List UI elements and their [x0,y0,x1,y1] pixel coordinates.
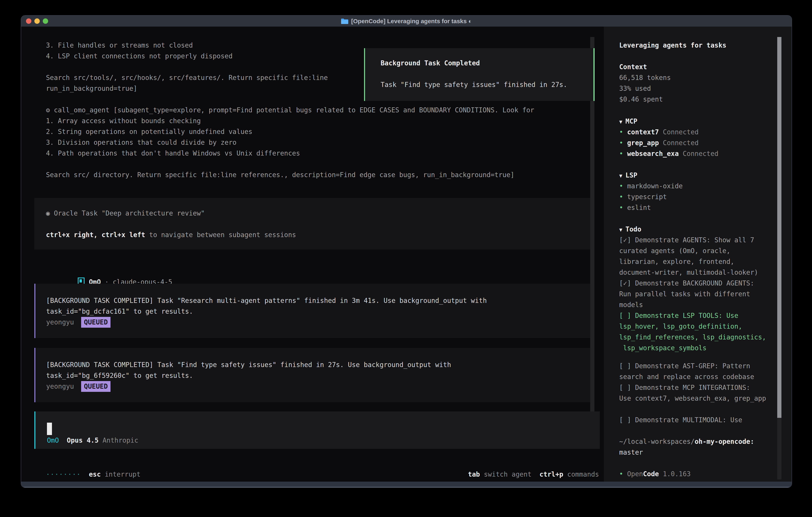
message-text: task_id="bg_dcfac161" to get results. [46,306,193,317]
status-dot-icon: • [619,182,627,190]
desktop: [OpenCode] Leveraging agents for tasks ◐… [0,0,812,517]
input-provider: Anthropic [103,436,138,444]
todo-item-line: [ ] Demonstrate MULTIMODAL: Use [619,415,742,426]
status-dot-icon: • [619,470,627,478]
scrollback-line: Search src/tools/, src/hooks/, src/featu… [46,72,328,83]
close-button[interactable] [26,19,31,24]
esc-key-hint: esc [89,470,101,478]
scrollback-line: run_in_background=true] [46,83,137,94]
gear-icon: ⚙ [46,106,50,114]
todo-item-line: curated agents (OmO, oracle, [619,245,730,256]
notification-title: Background Task Completed [381,58,480,69]
statusbar-left: ········ esc interrupt [46,469,141,480]
workspace-branch: master [619,447,643,458]
todo-item-line: search and replace across codebase [619,372,754,382]
status-badge: QUEUED [81,381,111,392]
window-bottom-bar [21,482,792,487]
lsp-item: • eslint [619,202,651,213]
window-title: [OpenCode] Leveraging agents for tasks ◐ [341,18,472,25]
context-tokens: 66,518 tokens [619,72,671,83]
message-text: [BACKGROUND TASK COMPLETED] Task "Resear… [46,295,487,306]
status-dot-icon: • [619,150,627,158]
message-meta: yeongyuQUEUED [46,317,111,328]
status-dot-icon: • [619,139,627,147]
todo-item-line: document-writer, multimodal-looker) [619,267,758,278]
input-model-line: OmO Opus 4.5 Anthropic [47,435,138,446]
author: yeongyu [46,382,74,390]
tool-call-text: call_omo_agent [subagent_type=explore, p… [54,106,534,114]
lsp-section-header[interactable]: ▼ LSP [619,170,637,181]
sidebar-scrollbar-track[interactable] [777,418,781,480]
version-line: • OpenCode 1.0.163 [619,469,691,480]
background-task-message: [BACKGROUND TASK COMPLETED] Task "Find t… [34,348,592,402]
tool-call-item: 2. String operations on potentially unde… [46,126,252,137]
status-badge: QUEUED [81,317,111,328]
notification-body: Task "Find type safety issues" finished … [381,79,567,90]
ctrlp-key-label: commands [567,470,599,478]
todo-item-line: Use context7, websearch_exa, grep_app [619,393,766,404]
todo-item-line: [✓] Demonstrate BACKGROUND AGENTS: [619,278,754,289]
tool-call-item: 1. Array access without bounds checking [46,115,201,126]
message-text: task_id="bg_6f59260c" to get results. [46,370,193,381]
input-model-name: Opus 4.5 [67,436,98,444]
opencode-window: [OpenCode] Leveraging agents for tasks ◐… [21,15,792,488]
todo-item-line-active: lsp_workspace_symbols [619,343,706,353]
todo-item-line-active: lsp_hover, lsp_goto_definition, [619,321,742,332]
prompt-input[interactable]: OmO Opus 4.5 Anthropic [34,411,600,449]
folder-icon [341,18,348,24]
oracle-task-title: ◉ Oracle Task "Deep architecture review" [46,208,205,219]
chevron-down-icon: ▼ [619,227,626,233]
mcp-item: • grep_app Connected [619,138,698,148]
record-icon: ◉ [46,209,50,217]
status-dot-icon: • [619,128,627,136]
todo-item-line: [ ] Demonstrate AST-GREP: Pattern [619,361,750,372]
context-spent: $0.46 spent [619,94,663,105]
mcp-item: • websearch_exa Connected [619,148,719,159]
tool-call-footer: Search src/ directory. Return specific f… [46,169,514,180]
sidebar: Leveraging agents for tasks Context 66,5… [604,27,792,483]
terminal-area: 3. File handles or streams not closed 4.… [21,27,792,483]
esc-key-label: interrupt [105,470,141,478]
status-dot-icon: • [619,204,627,212]
tab-key-label: switch agent [484,470,531,478]
chevron-down-icon: ▼ [619,173,626,179]
toast-notification: Background Task Completed Task "Find typ… [364,48,594,101]
tool-call-item: 3. Division operations that could divide… [46,137,237,148]
hint-keys: ctrl+x right, ctrl+x left [46,231,145,239]
sidebar-scrollbar-thumb[interactable] [777,37,781,418]
tab-key-hint: tab [468,470,480,478]
todo-item-line: [ ] Demonstrate MCP INTEGRATIONS: [619,382,750,393]
message-meta: yeongyuQUEUED [46,381,111,392]
zoom-button[interactable] [43,19,48,24]
oracle-task-box: ◉ Oracle Task "Deep architecture review"… [34,198,592,249]
minimize-button[interactable] [34,19,40,24]
todo-item-line-active: lsp_find_references, lsp_diagnostics, [619,332,766,343]
lsp-item: • markdown-oxide [619,181,683,192]
todo-item-line: Run parallel tasks with different [619,289,750,299]
session-title: Leveraging agents for tasks [619,40,726,51]
mcp-item: • context7 Connected [619,127,698,138]
lsp-item: • typescript [619,192,667,202]
input-agent-name: OmO [47,436,59,444]
todo-item-line: [✓] Demonstrate AGENTS: Show all 7 [619,235,754,245]
todo-item-line-active: [ ] Demonstrate LSP TOOLS: Use [619,310,738,321]
tool-call-line: ⚙ call_omo_agent [subagent_type=explore,… [46,105,534,115]
chevron-down-icon: ▼ [619,119,626,125]
scrollback-line: 3. File handles or streams not closed [46,40,193,51]
workspace-path: ~/local-workspaces/oh-my-opencode: [619,436,754,447]
context-used: 33% used [619,83,651,94]
message-text: [BACKGROUND TASK COMPLETED] Task "Find t… [46,359,451,370]
spinner-dots: ········ [46,470,81,478]
statusbar-right: tab switch agent ctrl+p commands [468,469,599,480]
mcp-section-header[interactable]: ▼ MCP [619,116,637,127]
author: yeongyu [46,318,74,326]
hint-text: to navigate between subagent sessions [145,231,296,239]
scrollback-line: 4. LSP client connections not properly d… [46,51,233,61]
context-heading: Context [619,61,647,72]
todo-item-line: librarian, explore, frontend, [619,256,734,267]
todo-section-header[interactable]: ▼ Todo [619,224,641,235]
ctrlp-key-hint: ctrl+p [540,470,563,478]
status-dot-icon: • [619,193,627,201]
titlebar: [OpenCode] Leveraging agents for tasks ◐ [21,16,792,27]
tool-call-item: 4. Path operations that don't handle Win… [46,148,300,159]
